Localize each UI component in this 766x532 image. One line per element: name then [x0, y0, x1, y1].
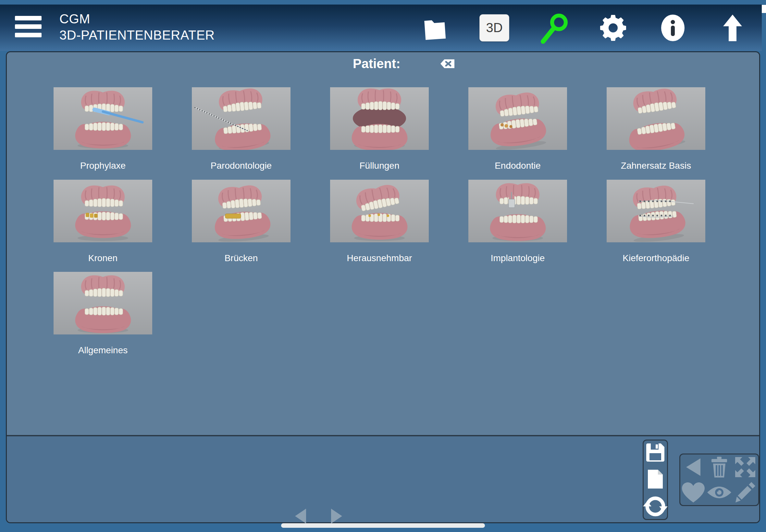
refresh-button[interactable]	[642, 496, 669, 517]
triangle-left-icon	[295, 509, 306, 524]
folder-icon	[423, 15, 447, 41]
category-card[interactable]: Brücken	[192, 180, 290, 264]
category-label: Parodontologie	[192, 160, 290, 171]
category-thumbnail	[330, 87, 429, 150]
refresh-icon	[642, 496, 669, 517]
info-button[interactable]	[661, 5, 685, 51]
category-card[interactable]: Endodontie	[468, 87, 567, 171]
category-card[interactable]: Prophylaxe	[54, 87, 152, 171]
info-icon	[661, 14, 685, 42]
page-next-button[interactable]	[331, 509, 342, 525]
category-thumbnail	[54, 87, 152, 150]
menu-icon	[15, 16, 42, 20]
category-thumbnail	[330, 180, 429, 242]
category-card[interactable]: Implantologie	[468, 180, 567, 264]
edit-tools-group	[679, 453, 759, 506]
mode-3d-button[interactable]: 3D	[480, 5, 509, 51]
category-label: Prophylaxe	[54, 160, 152, 171]
new-document-button[interactable]	[647, 469, 663, 489]
app-title-line1: CGM	[59, 11, 214, 27]
category-label: Kieferorthopädie	[607, 253, 705, 264]
scroll-corner-decoration	[762, 5, 766, 13]
delete-button[interactable]	[709, 457, 729, 478]
search-button[interactable]	[538, 5, 571, 51]
category-thumbnail	[192, 180, 290, 242]
search-icon	[539, 12, 570, 44]
open-folder-button[interactable]	[422, 5, 448, 51]
category-label: Implantologie	[468, 253, 567, 264]
category-label: Endodontie	[468, 160, 567, 171]
gear-icon	[600, 15, 626, 41]
page-previous-button[interactable]	[295, 509, 306, 525]
arrow-up-icon	[722, 14, 743, 42]
edit-button[interactable]	[735, 482, 756, 503]
floppy-disk-icon	[645, 442, 665, 463]
category-card[interactable]: Parodontologie	[192, 87, 290, 171]
app-header: CGM 3D-PATIENTENBERATER 3D	[0, 5, 762, 51]
upload-button[interactable]	[722, 5, 743, 51]
app-title: CGM 3D-PATIENTENBERATER	[59, 11, 214, 43]
category-thumbnail	[54, 272, 152, 334]
horizontal-scrollbar[interactable]	[281, 523, 485, 528]
file-tools-group	[643, 440, 668, 520]
category-card[interactable]: Füllungen	[330, 87, 429, 171]
category-card[interactable]: Kronen	[54, 180, 152, 264]
category-thumbnail	[607, 180, 705, 242]
pencil-icon	[735, 482, 756, 503]
main-panel: Patient: Prophylaxe	[6, 51, 760, 523]
expand-arrows-icon	[735, 456, 756, 478]
3d-mode-icon: 3D	[480, 14, 509, 42]
category-label: Kronen	[54, 253, 152, 264]
category-thumbnail	[192, 87, 290, 150]
category-card[interactable]: Herausnehmbar	[330, 180, 429, 264]
menu-button[interactable]	[15, 16, 42, 38]
settings-button[interactable]	[600, 5, 626, 51]
save-button[interactable]	[645, 442, 665, 463]
triangle-left-icon	[686, 458, 701, 477]
category-thumbnail	[468, 87, 567, 150]
app-title-line2: 3D-PATIENTENBERATER	[59, 27, 214, 43]
eye-icon	[707, 485, 732, 500]
category-card[interactable]: Allgemeines	[54, 272, 152, 356]
back-button[interactable]	[686, 458, 701, 477]
heart-icon	[682, 482, 705, 502]
category-thumbnail	[468, 180, 567, 242]
category-label: Brücken	[192, 253, 290, 264]
category-card[interactable]: Kieferorthopädie	[607, 180, 705, 264]
triangle-right-icon	[331, 509, 342, 524]
category-label: Allgemeines	[54, 345, 152, 356]
category-thumbnail	[607, 87, 705, 150]
app-window: CGM 3D-PATIENTENBERATER 3D	[0, 0, 766, 532]
category-label: Herausnehmbar	[330, 253, 429, 264]
category-label: Zahnersatz Basis	[607, 160, 705, 171]
category-thumbnail	[54, 180, 152, 242]
category-label: Füllungen	[330, 160, 429, 171]
blank-page-icon	[647, 469, 663, 489]
trash-icon	[709, 457, 729, 478]
category-card[interactable]: Zahnersatz Basis	[607, 87, 705, 171]
show-button[interactable]	[707, 485, 732, 500]
favorite-button[interactable]	[682, 482, 705, 502]
move-button[interactable]	[735, 456, 756, 478]
